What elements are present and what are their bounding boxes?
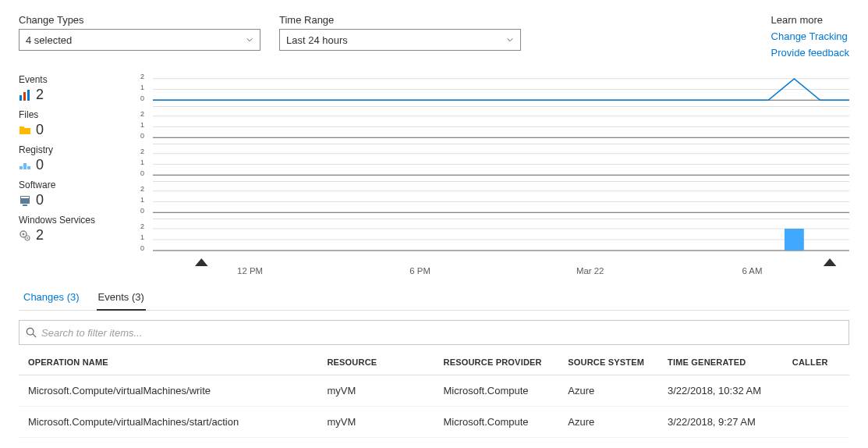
tab-events[interactable]: Events (3) bbox=[97, 285, 146, 311]
svg-rect-5 bbox=[27, 166, 30, 169]
search-icon bbox=[26, 327, 37, 338]
table-row[interactable]: Microsoft.Compute/virtualMachines/start/… bbox=[19, 407, 849, 438]
col-time[interactable]: TIME GENERATED bbox=[658, 350, 783, 375]
col-resource[interactable]: RESOURCE bbox=[317, 350, 434, 375]
svg-text:12 PM: 12 PM bbox=[237, 266, 263, 276]
change-tracking-link[interactable]: Change Tracking bbox=[771, 30, 849, 42]
svg-rect-8 bbox=[23, 204, 27, 206]
search-input[interactable] bbox=[41, 327, 842, 339]
svg-point-10 bbox=[23, 233, 25, 235]
col-source[interactable]: SOURCE SYSTEM bbox=[558, 350, 658, 375]
svg-rect-3 bbox=[19, 166, 23, 169]
chart-software[interactable]: 2 1 0 bbox=[153, 187, 849, 219]
gear-icon bbox=[19, 229, 31, 242]
svg-marker-29 bbox=[195, 258, 208, 266]
change-types-filter: Change Types 4 selected bbox=[19, 14, 260, 51]
cell-time: 3/22/2018, 9:25 AM bbox=[658, 438, 783, 449]
chart-files[interactable]: 2 1 0 bbox=[153, 112, 849, 144]
cell-source: Azure bbox=[558, 375, 658, 407]
svg-point-35 bbox=[27, 328, 34, 335]
cell-operation: Microsoft.Compute/virtualMachines/deallo… bbox=[19, 438, 317, 449]
time-range-value: Last 24 hours bbox=[286, 34, 348, 46]
svg-text:6 AM: 6 AM bbox=[742, 266, 762, 276]
svg-rect-1 bbox=[23, 92, 26, 101]
cell-operation: Microsoft.Compute/virtualMachines/start/… bbox=[19, 407, 317, 438]
svg-rect-2 bbox=[27, 90, 30, 101]
time-range-label: Time Range bbox=[279, 14, 521, 26]
bar-chart-icon bbox=[19, 89, 31, 101]
cell-caller bbox=[783, 438, 849, 449]
cell-resource: myVM bbox=[317, 407, 434, 438]
svg-rect-0 bbox=[19, 95, 22, 101]
time-range-dropdown[interactable]: Last 24 hours bbox=[279, 29, 521, 51]
metrics-sidebar: Events 2 Files 0 Registry bbox=[19, 74, 143, 280]
time-range-filter: Time Range Last 24 hours bbox=[279, 14, 521, 51]
svg-rect-7 bbox=[21, 197, 29, 198]
cell-operation: Microsoft.Compute/virtualMachines/write bbox=[19, 375, 317, 407]
events-table: OPERATION NAME RESOURCE RESOURCE PROVIDE… bbox=[19, 350, 849, 448]
change-types-value: 4 selected bbox=[26, 34, 72, 46]
cell-source: Azure bbox=[558, 407, 658, 438]
svg-line-36 bbox=[33, 334, 36, 337]
filter-bar: Change Types 4 selected Time Range Last … bbox=[19, 14, 849, 59]
cell-time: 3/22/2018, 9:27 AM bbox=[658, 407, 783, 438]
chevron-down-icon bbox=[506, 36, 514, 44]
software-icon bbox=[19, 194, 31, 207]
svg-rect-4 bbox=[23, 163, 27, 169]
svg-rect-28 bbox=[785, 229, 804, 251]
tab-bar: Changes (3) Events (3) bbox=[19, 285, 849, 311]
table-row[interactable]: Microsoft.Compute/virtualMachines/writem… bbox=[19, 375, 849, 407]
col-operation[interactable]: OPERATION NAME bbox=[19, 350, 317, 375]
folder-icon bbox=[19, 124, 31, 137]
metric-registry: Registry 0 bbox=[19, 144, 143, 173]
cell-time: 3/22/2018, 10:32 AM bbox=[658, 375, 783, 407]
charts-section: Events 2 Files 0 Registry bbox=[19, 74, 849, 280]
cell-provider: Microsoft.Compute bbox=[434, 407, 558, 438]
tab-changes[interactable]: Changes (3) bbox=[22, 285, 81, 310]
svg-marker-30 bbox=[824, 258, 837, 266]
chart-timeline[interactable]: 12 PM 6 PM Mar 22 6 AM bbox=[153, 258, 849, 280]
svg-text:6 PM: 6 PM bbox=[409, 266, 430, 276]
chevron-down-icon bbox=[246, 36, 253, 44]
learn-more-heading: Learn more bbox=[771, 14, 849, 26]
change-types-label: Change Types bbox=[19, 14, 260, 26]
registry-icon bbox=[19, 159, 31, 172]
charts-column: 2 1 0 2 1 0 2 1 0 bbox=[153, 74, 849, 280]
metric-services: Windows Services 2 bbox=[19, 215, 143, 244]
cell-caller bbox=[783, 407, 849, 438]
learn-more-panel: Learn more Change Tracking Provide feedb… bbox=[771, 14, 849, 59]
metric-events: Events 2 bbox=[19, 74, 143, 103]
cell-source: Azure bbox=[558, 438, 658, 449]
cell-resource: myVM bbox=[317, 438, 434, 449]
col-provider[interactable]: RESOURCE PROVIDER bbox=[434, 350, 558, 375]
change-types-dropdown[interactable]: 4 selected bbox=[19, 29, 260, 51]
chart-events[interactable]: 2 1 0 bbox=[153, 74, 849, 107]
col-caller[interactable]: CALLER bbox=[783, 350, 849, 375]
table-row[interactable]: Microsoft.Compute/virtualMachines/deallo… bbox=[19, 438, 849, 449]
cell-caller bbox=[783, 375, 849, 407]
provide-feedback-link[interactable]: Provide feedback bbox=[771, 47, 849, 59]
chart-services[interactable]: 2 1 0 bbox=[153, 224, 849, 257]
cell-provider: Microsoft.Compute bbox=[434, 438, 558, 449]
svg-text:Mar 22: Mar 22 bbox=[576, 266, 604, 276]
cell-resource: myVM bbox=[317, 375, 434, 407]
metric-files: Files 0 bbox=[19, 109, 143, 138]
search-box[interactable] bbox=[19, 320, 849, 345]
chart-registry[interactable]: 2 1 0 bbox=[153, 149, 849, 182]
metric-software: Software 0 bbox=[19, 180, 143, 208]
svg-point-12 bbox=[27, 237, 28, 239]
cell-provider: Microsoft.Compute bbox=[434, 375, 558, 407]
